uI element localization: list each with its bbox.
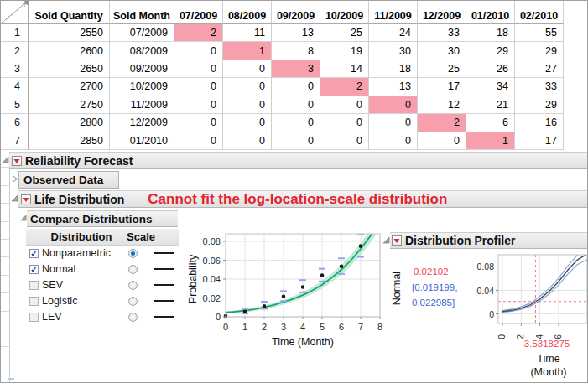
table-cell-sold-quantity[interactable]: 2850 <box>29 132 110 150</box>
table-cell-sold-month[interactable]: 01/2010 <box>110 132 174 150</box>
table-cell[interactable]: 0 <box>320 132 369 150</box>
table-cell[interactable]: 0 <box>223 96 272 114</box>
table-cell[interactable]: 0 <box>174 114 223 132</box>
table-cell[interactable]: 0 <box>272 114 320 132</box>
scale-radio[interactable] <box>128 313 138 322</box>
table-cell[interactable]: 0 <box>369 96 418 114</box>
table-cell[interactable]: 2 <box>174 24 223 42</box>
distribution-checkbox[interactable] <box>29 313 39 322</box>
row-number[interactable]: 5 <box>1 96 29 114</box>
table-cell[interactable]: 27 <box>515 60 564 78</box>
table-cell[interactable]: 33 <box>418 24 466 42</box>
table-cell[interactable]: 0 <box>223 114 272 132</box>
table-cell[interactable]: 0 <box>369 114 418 132</box>
table-cell[interactable]: 18 <box>466 24 515 42</box>
table-cell[interactable]: 0 <box>272 78 320 96</box>
table-cell[interactable]: 2 <box>418 114 466 132</box>
row-number[interactable]: 7 <box>1 132 29 150</box>
table-cell-sold-quantity[interactable]: 2750 <box>29 96 110 114</box>
table-cell[interactable]: 3 <box>272 60 320 78</box>
row-number[interactable]: 1 <box>1 24 29 42</box>
table-cell-sold-quantity[interactable]: 2550 <box>29 24 110 42</box>
table-cell[interactable]: 0 <box>223 78 272 96</box>
red-triangle-menu-icon[interactable] <box>12 156 22 166</box>
table-cell-sold-month[interactable]: 07/2009 <box>110 24 174 42</box>
distribution-checkbox[interactable] <box>29 297 39 306</box>
table-cell[interactable]: 14 <box>320 60 369 78</box>
table-header-cell[interactable]: Sold Quantity <box>29 1 110 24</box>
table-cell-sold-month[interactable]: 12/2009 <box>110 114 174 132</box>
table-cell[interactable]: 29 <box>515 42 564 60</box>
table-cell[interactable]: 55 <box>515 24 564 42</box>
table-cell[interactable]: 30 <box>369 42 418 60</box>
section-compare-distributions[interactable]: Compare Distributions <box>27 210 178 227</box>
table-cell[interactable]: 8 <box>272 42 320 60</box>
scale-radio[interactable] <box>128 265 138 274</box>
table-cell-sold-month[interactable]: 11/2009 <box>110 96 174 114</box>
table-cell[interactable]: 6 <box>466 114 515 132</box>
table-header-cell[interactable]: 10/2009 <box>320 1 369 24</box>
table-cell[interactable]: 18 <box>369 60 418 78</box>
section-life-distribution[interactable]: Life Distribution Cannot fit the log-loc… <box>18 190 588 208</box>
table-cell[interactable]: 0 <box>223 60 272 78</box>
table-header-cell[interactable]: 08/2009 <box>223 1 272 24</box>
table-cell[interactable]: 1 <box>223 42 272 60</box>
table-header-cell[interactable]: 01/2010 <box>466 1 515 24</box>
section-observed-data[interactable]: Observed Data <box>18 171 119 189</box>
table-cell[interactable]: 33 <box>515 78 564 96</box>
distribution-checkbox[interactable]: ✓ <box>29 265 39 274</box>
table-cell[interactable]: 19 <box>320 42 369 60</box>
row-number[interactable]: 6 <box>1 114 29 132</box>
table-cell[interactable]: 0 <box>272 96 320 114</box>
table-cell[interactable]: 2 <box>320 78 369 96</box>
table-cell[interactable]: 0 <box>320 96 369 114</box>
table-cell[interactable]: 0 <box>369 132 418 150</box>
outline-open-icon[interactable] <box>382 236 390 244</box>
distribution-checkbox[interactable] <box>29 281 39 290</box>
red-triangle-menu-icon[interactable] <box>21 194 31 204</box>
table-header-cell[interactable]: 12/2009 <box>418 1 466 24</box>
row-number[interactable]: 2 <box>1 42 29 60</box>
table-cell[interactable]: 0 <box>223 132 272 150</box>
table-cell-sold-month[interactable]: 09/2009 <box>110 60 174 78</box>
table-cell[interactable]: 21 <box>466 96 515 114</box>
section-reliability-forecast[interactable]: Reliability Forecast <box>9 152 588 169</box>
table-cell[interactable]: 17 <box>418 78 466 96</box>
table-cell[interactable]: 16 <box>515 114 564 132</box>
table-cell[interactable]: 0 <box>174 96 223 114</box>
table-cell[interactable]: 29 <box>515 96 564 114</box>
table-cell[interactable]: 0 <box>174 132 223 150</box>
table-cell-sold-month[interactable]: 10/2009 <box>110 78 174 96</box>
table-cell[interactable]: 30 <box>418 42 466 60</box>
table-cell[interactable]: 25 <box>320 24 369 42</box>
table-cell[interactable]: 0 <box>174 60 223 78</box>
red-triangle-menu-icon[interactable] <box>392 235 402 246</box>
table-cell[interactable]: 17 <box>515 132 564 150</box>
table-cell[interactable]: 0 <box>320 114 369 132</box>
plot-area[interactable] <box>498 255 587 323</box>
table-cell[interactable]: 26 <box>466 60 515 78</box>
table-header-cell[interactable]: 07/2009 <box>174 1 223 24</box>
table-cell[interactable]: 0 <box>174 42 223 60</box>
table-cell[interactable]: 11 <box>223 24 272 42</box>
table-cell[interactable]: 0 <box>272 132 320 150</box>
table-cell-sold-quantity[interactable]: 2800 <box>29 114 110 132</box>
outline-open-icon[interactable] <box>20 215 27 221</box>
table-cell[interactable]: 1 <box>466 132 515 150</box>
section-distribution-profiler[interactable]: Distribution Profiler <box>390 232 588 249</box>
table-cell[interactable]: 13 <box>272 24 320 42</box>
scale-radio[interactable] <box>128 297 138 306</box>
distribution-profiler-plot[interactable]: 024600.040.08 Normal 0.02102 [0.019199, … <box>382 249 588 383</box>
table-cell[interactable]: 34 <box>466 78 515 96</box>
row-number[interactable]: 4 <box>1 78 29 96</box>
table-cell-sold-quantity[interactable]: 2650 <box>29 60 110 78</box>
row-number[interactable]: 3 <box>1 60 29 78</box>
table-cell[interactable]: 24 <box>369 24 418 42</box>
table-header-cell[interactable]: Sold Month <box>110 1 174 24</box>
outline-open-icon[interactable] <box>2 156 9 163</box>
table-cell-sold-quantity[interactable]: 2700 <box>29 78 110 96</box>
table-cell[interactable]: 0 <box>418 132 466 150</box>
profiler-x-value[interactable]: 3.5318275 <box>524 339 570 349</box>
table-cell[interactable]: 29 <box>466 42 515 60</box>
table-cell-sold-quantity[interactable]: 2600 <box>29 42 110 60</box>
